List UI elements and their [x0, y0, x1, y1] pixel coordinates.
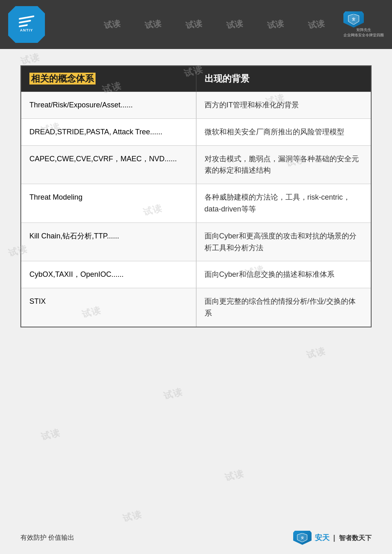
header-right-logo: 安 矩阵先生 企业网络安全令牌堂四圈: [343, 11, 384, 38]
table-row: DREAD,STRIDE,PASTA, Attack Tree......微软和…: [21, 118, 371, 145]
concept-table: 相关的概念体系 出现的背景 Threat/Risk/Exposure/Asset…: [20, 65, 372, 327]
table-cell-col2: 西方的IT管理和标准化的背景: [196, 92, 371, 119]
header: ANTIY 试读 试读 试读 试读 试读 试读 安 矩阵先生 企业网络安全令牌堂…: [0, 0, 392, 49]
logo-line-3: [19, 24, 28, 27]
table-cell-col2: 面向更完整的综合性的情报分析/作业/交换的体系: [196, 288, 371, 327]
table-cell-col2: 面向Cyber和信息交换的描述和标准体系: [196, 261, 371, 288]
svg-text:安: 安: [301, 536, 304, 539]
footer-right: 安 安天 | 智者数天下: [293, 531, 372, 545]
footer-logo-icon: 安: [293, 531, 312, 545]
table-cell-col1: Threat/Risk/Exposure/Asset......: [21, 92, 196, 119]
brand-shield-icon: 安: [343, 11, 364, 27]
header-brand-name: 矩阵先生 企业网络安全令牌堂四圈: [343, 27, 384, 38]
svg-text:安: 安: [352, 17, 355, 21]
table-row: CAPEC,CWE,CVE,CVRF，MAEC，NVD......对攻击模式，脆…: [21, 145, 371, 184]
header-wm-3: 试读: [185, 18, 203, 31]
table-cell-col2: 微软和相关安全厂商所推出的风险管理模型: [196, 118, 371, 145]
table-cell-col2: 各种威胁建模的方法论，工具，risk-centric，data-driven等等: [196, 184, 371, 223]
table-cell-col1: STIX: [21, 288, 196, 327]
header-wm-2: 试读: [144, 18, 162, 31]
table-cell-col1: CybOX,TAXII，OpenIOC......: [21, 261, 196, 288]
footer-left-text: 有效防护 价值输出: [20, 534, 74, 542]
logo-text: ANTIY: [20, 28, 33, 32]
header-watermarks: 试读 试读 试读 试读 试读 试读: [45, 19, 384, 30]
col2-header-text: 出现的背景: [205, 73, 249, 84]
table-cell-col1: Kill Chain,钻石分析,TTP......: [21, 222, 196, 261]
logo-line-2: [19, 20, 31, 23]
header-wm-1: 试读: [103, 18, 121, 31]
header-wm-4: 试读: [226, 18, 244, 31]
header-wm-6: 试读: [307, 18, 325, 31]
logo: ANTIY: [8, 6, 45, 43]
table-row: CybOX,TAXII，OpenIOC......面向Cyber和信息交换的描述…: [21, 261, 371, 288]
table-cell-col2: 对攻击模式，脆弱点，漏洞等各种基础的安全元素的标定和描述结构: [196, 145, 371, 184]
table-row: Threat/Risk/Exposure/Asset......西方的IT管理和…: [21, 92, 371, 119]
table-cell-col1: Threat Modeling: [21, 184, 196, 223]
footer: 有效防护 价值输出 安 安天 | 智者数天下: [0, 521, 392, 554]
table-row: STIX面向更完整的综合性的情报分析/作业/交换的体系: [21, 288, 371, 327]
col1-header-text: 相关的概念体系: [29, 73, 96, 85]
main-content: 相关的概念体系 出现的背景 Threat/Risk/Exposure/Asset…: [0, 49, 392, 521]
table-cell-col1: CAPEC,CWE,CVE,CVRF，MAEC，NVD......: [21, 145, 196, 184]
table-cell-col2: 面向Cyber和更高强度的攻击和对抗的场景的分析工具和分析方法: [196, 222, 371, 261]
col1-header: 相关的概念体系: [21, 66, 196, 92]
footer-brand-main: 安天 | 智者数天下: [315, 533, 372, 543]
table-row: Threat Modeling各种威胁建模的方法论，工具，risk-centri…: [21, 184, 371, 223]
col2-header: 出现的背景: [196, 66, 371, 92]
table-row: Kill Chain,钻石分析,TTP......面向Cyber和更高强度的攻击…: [21, 222, 371, 261]
header-wm-5: 试读: [267, 18, 285, 31]
table-cell-col1: DREAD,STRIDE,PASTA, Attack Tree......: [21, 118, 196, 145]
logo-line-1: [19, 16, 34, 20]
logo-lines: [19, 17, 34, 27]
